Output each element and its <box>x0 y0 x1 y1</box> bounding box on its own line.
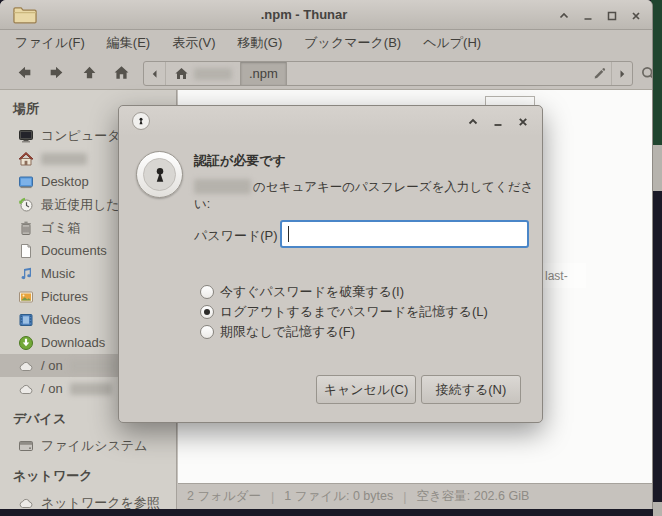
cancel-button[interactable]: キャンセル(C) <box>316 375 416 404</box>
radio-button[interactable] <box>200 285 214 299</box>
breadcrumb-current[interactable]: .npm <box>240 62 287 85</box>
sidebar-item-label: ファイルシステム <box>41 437 147 455</box>
sidebar-item-browse-network[interactable]: ネットワークを参照 <box>0 491 176 509</box>
back-button[interactable] <box>11 59 37 86</box>
dialog-heading: 認証が必要です <box>194 152 286 170</box>
redacted-mount-name <box>70 360 118 372</box>
sidebar-item-label: / on <box>41 381 63 396</box>
background-window-corner <box>653 502 662 516</box>
menu-file[interactable]: ファイル(F) <box>4 30 96 56</box>
radio-label: 今すぐパスワードを破棄する(I) <box>220 283 404 301</box>
keyhole-icon <box>132 112 150 130</box>
sidebar-item-label: Music <box>41 266 75 281</box>
auth-dialog: 認証が必要です のセキュアキーのパスフレーズを入力してください: パスワード(P… <box>118 105 543 423</box>
menu-bookmarks[interactable]: ブックマーク(B) <box>293 30 412 56</box>
chevron-left-icon[interactable] <box>144 62 165 85</box>
menubar: ファイル(F) 編集(E) 表示(V) 移動(G) ブックマーク(B) ヘルプ(… <box>0 30 652 56</box>
statusbar: 2 フォルダー | 1 ファイル: 0 bytes | 空き容量: 202.6 … <box>178 483 653 509</box>
minimize-button[interactable] <box>581 9 594 22</box>
screen: .npm - Thunar ファイル(F) 編集(E) 表示(V) 移 <box>0 0 662 516</box>
toolbar: .npm <box>0 56 652 90</box>
edit-icon[interactable] <box>587 62 611 85</box>
text-caret <box>288 226 289 242</box>
window-title: .npm - Thunar <box>0 7 608 22</box>
search-icon[interactable] <box>636 60 653 86</box>
cloud-icon <box>18 358 34 374</box>
document-icon <box>18 243 34 259</box>
redacted-mount-name <box>70 383 112 395</box>
radio-button-selected[interactable] <box>200 305 214 319</box>
radio-remember-forever[interactable]: 期限なしで記憶する(F) <box>200 323 355 341</box>
sidebar-item-label: ゴミ箱 <box>41 219 81 237</box>
password-label: パスワード(P) <box>194 227 278 245</box>
desktop-icon <box>18 174 34 190</box>
breadcrumb-bar: .npm <box>143 61 633 86</box>
status-separator: | <box>271 490 274 504</box>
redacted-keyname <box>194 179 251 194</box>
forward-button[interactable] <box>43 59 69 86</box>
breadcrumb-home[interactable] <box>165 62 240 85</box>
status-free-space: 空き容量: 202.6 GiB <box>416 488 529 505</box>
cloud-icon <box>18 495 34 510</box>
trash-icon <box>18 220 34 236</box>
up-button[interactable] <box>76 59 102 86</box>
close-button[interactable] <box>629 9 642 22</box>
downloads-icon <box>18 335 34 351</box>
recent-icon <box>18 197 34 213</box>
dialog-close-button[interactable] <box>516 115 529 128</box>
menu-edit[interactable]: 編集(E) <box>96 30 161 56</box>
dialog-message: のセキュアキーのパスフレーズを入力してください: <box>194 179 534 213</box>
sidebar-network-header: ネットワーク <box>0 457 176 491</box>
chevron-right-icon[interactable] <box>611 62 632 85</box>
pictures-icon <box>18 289 34 305</box>
sidebar-item-label: Pictures <box>41 289 88 304</box>
sidebar-item-label: 最近使用した <box>41 196 120 214</box>
radio-button[interactable] <box>200 325 214 339</box>
home-button[interactable] <box>108 59 134 86</box>
status-files: 1 ファイル: 0 bytes <box>284 488 393 505</box>
radio-label: ログアウトするまでパスワードを記憶する(L) <box>220 303 488 321</box>
radio-forget-now[interactable]: 今すぐパスワードを破棄する(I) <box>200 283 404 301</box>
radio-remember-until-logout[interactable]: ログアウトするまでパスワードを記憶する(L) <box>200 303 488 321</box>
sidebar-item-filesystem[interactable]: ファイルシステム <box>0 434 176 457</box>
file-name-partial[interactable]: last- <box>542 263 586 288</box>
dialog-shade-button[interactable] <box>466 115 479 128</box>
computer-icon <box>18 128 34 144</box>
password-input[interactable] <box>280 220 529 248</box>
maximize-button[interactable] <box>605 9 618 22</box>
titlebar[interactable]: .npm - Thunar <box>0 0 652 30</box>
menu-view[interactable]: 表示(V) <box>161 30 226 56</box>
harddrive-icon <box>18 438 34 454</box>
menu-help[interactable]: ヘルプ(H) <box>412 30 492 56</box>
dialog-minimize-button[interactable] <box>491 115 504 128</box>
connect-button[interactable]: 接続する(N) <box>421 375 521 404</box>
sidebar-item-label: ネットワークを参照 <box>41 494 160 510</box>
sidebar-item-label: Desktop <box>41 174 89 189</box>
sidebar-item-label: Downloads <box>41 335 105 350</box>
music-icon <box>18 266 34 282</box>
cloud-icon <box>18 381 34 397</box>
redacted-username <box>194 68 232 80</box>
redacted-username <box>41 153 87 165</box>
radio-label: 期限なしで記憶する(F) <box>220 323 355 341</box>
sidebar-item-label: Documents <box>41 243 107 258</box>
menu-go[interactable]: 移動(G) <box>227 30 294 56</box>
videos-icon <box>18 312 34 328</box>
status-separator: | <box>403 490 406 504</box>
sidebar-item-label: / on <box>41 358 63 373</box>
breadcrumb-spacer <box>287 62 587 85</box>
keyhole-icon-large <box>136 151 183 198</box>
home-icon <box>18 151 34 167</box>
status-folders: 2 フォルダー <box>187 488 261 505</box>
background-window-scrollbar <box>653 145 662 191</box>
sidebar-item-label: Videos <box>41 312 81 327</box>
shade-button[interactable] <box>557 9 570 22</box>
